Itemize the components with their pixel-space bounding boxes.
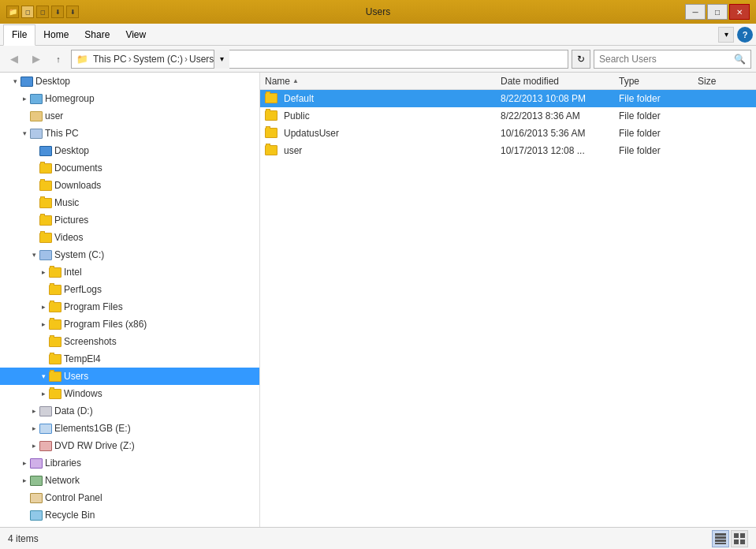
folder-icon	[265, 110, 277, 121]
file-row-public[interactable]: Public8/22/2013 8:36 AMFile folder	[260, 107, 756, 125]
forward-button[interactable]: ▶	[27, 50, 46, 69]
file-row-user[interactable]: user10/17/2013 12:08 ...File folder	[260, 142, 756, 159]
sidebar-item-desktop-root[interactable]: ▾Desktop	[0, 73, 259, 90]
menu-share[interactable]: Share	[76, 24, 117, 45]
menu-dropdown-button[interactable]: ▾	[718, 27, 734, 43]
tree-icon-pictures	[39, 215, 52, 226]
path-systemc[interactable]: System (C:)	[133, 54, 183, 65]
tree-icon-recycle-bin	[30, 510, 43, 521]
tree-toggle-users[interactable]: ▾	[38, 370, 49, 383]
maximize-button[interactable]: □	[707, 4, 728, 20]
tree-toggle-intel[interactable]: ▸	[38, 266, 49, 278]
svg-rect-7	[740, 540, 745, 544]
menu-home[interactable]: Home	[35, 24, 76, 45]
tree-icon-control-panel	[30, 493, 43, 503]
col-name[interactable]: Name ▲	[260, 76, 496, 87]
file-cell-type: File folder	[614, 110, 693, 121]
sidebar-item-libraries[interactable]: ▸Libraries	[0, 454, 259, 472]
file-list-header[interactable]: Name ▲ Date modified Type Size	[260, 73, 756, 90]
tree-icon-network	[30, 476, 43, 486]
file-cell-name: user	[260, 145, 496, 156]
tree-toggle-homegroup[interactable]: ▸	[19, 92, 30, 105]
file-row-updatususer[interactable]: UpdatusUser10/16/2013 5:36 AMFile folder	[260, 125, 756, 142]
tree-label-videos: Videos	[54, 232, 83, 243]
sidebar-item-pictures[interactable]: ▸Pictures	[0, 211, 259, 229]
tree-toggle-this-pc[interactable]: ▾	[19, 127, 30, 140]
tree-toggle-program-files-x86[interactable]: ▸	[38, 318, 49, 331]
tb-icon-4: ⬇	[51, 6, 64, 18]
sidebar-item-control-panel[interactable]: ▸Control Panel	[0, 489, 259, 506]
sidebar-item-recycle-bin[interactable]: ▸Recycle Bin	[0, 506, 259, 524]
address-dropdown-button[interactable]: ▾	[214, 50, 229, 69]
menu-file[interactable]: File	[3, 24, 35, 46]
col-size[interactable]: Size	[693, 76, 756, 87]
svg-rect-0	[715, 533, 726, 536]
sidebar-item-program-files-x86[interactable]: ▸Program Files (x86)	[0, 316, 259, 333]
search-input[interactable]	[599, 54, 734, 65]
sidebar-item-music[interactable]: ▸Music	[0, 194, 259, 211]
sidebar-item-program-files[interactable]: ▸Program Files	[0, 298, 259, 316]
folder-icon	[265, 93, 277, 103]
tree-toggle-data-d[interactable]: ▸	[28, 405, 39, 417]
sidebar-item-downloads[interactable]: ▸Downloads	[0, 177, 259, 194]
tree-icon-desktop-root	[20, 77, 33, 87]
sidebar-item-perflogs[interactable]: ▸PerfLogs	[0, 281, 259, 298]
tree-label-control-panel: Control Panel	[45, 492, 102, 503]
address-path: 📁 This PC › System (C:) › Users	[76, 54, 214, 65]
sidebar-item-tempel4[interactable]: ▸TempEl4	[0, 350, 259, 368]
folder-icon	[265, 145, 277, 155]
tree-icon-this-pc	[30, 129, 43, 139]
sidebar-item-data-d[interactable]: ▸Data (D:)	[0, 402, 259, 420]
tree-icon-windows	[49, 389, 61, 399]
sidebar-item-user[interactable]: ▸user	[0, 107, 259, 125]
view-details-button[interactable]	[712, 530, 729, 547]
tree-toggle-elements1gb[interactable]: ▸	[28, 422, 39, 435]
tree-toggle-program-files[interactable]: ▸	[38, 301, 49, 313]
file-list: Name ▲ Date modified Type Size Default8/…	[260, 73, 756, 527]
tree-icon-desktop-sub	[39, 146, 52, 156]
title-bar-controls: ─ □ ✕	[685, 4, 750, 20]
tree-label-intel: Intel	[64, 267, 82, 278]
back-button[interactable]: ◀	[5, 50, 24, 69]
sidebar-item-this-pc[interactable]: ▾This PC	[0, 125, 259, 142]
sidebar-item-documents[interactable]: ▸Documents	[0, 159, 259, 177]
sidebar-item-videos[interactable]: ▸Videos	[0, 229, 259, 246]
sidebar-item-homegroup[interactable]: ▸Homegroup	[0, 90, 259, 107]
svg-rect-3	[715, 543, 726, 544]
col-type[interactable]: Type	[614, 76, 693, 87]
search-box[interactable]: 🔍	[594, 50, 751, 69]
refresh-button[interactable]: ↻	[572, 50, 590, 69]
path-thispc[interactable]: This PC	[93, 54, 127, 65]
sidebar-item-windows[interactable]: ▸Windows	[0, 385, 259, 402]
tree-toggle-dvd-rw[interactable]: ▸	[28, 439, 39, 452]
file-cell-name: UpdatusUser	[260, 128, 496, 139]
tree-toggle-desktop-root[interactable]: ▾	[9, 75, 20, 88]
minimize-button[interactable]: ─	[685, 4, 706, 20]
title-bar-left: 📁 ◻ ◻ ⬇ ⬇	[6, 6, 79, 18]
tree-toggle-libraries[interactable]: ▸	[19, 457, 30, 469]
sidebar-item-network[interactable]: ▸Network	[0, 472, 259, 489]
up-button[interactable]: ↑	[49, 50, 68, 69]
help-button[interactable]: ?	[737, 27, 753, 43]
tree-label-pictures: Pictures	[54, 215, 88, 226]
close-button[interactable]: ✕	[729, 4, 750, 20]
tree-toggle-network[interactable]: ▸	[19, 474, 30, 487]
sidebar-item-users[interactable]: ▾Users	[0, 368, 259, 385]
main-content: ▾Desktop▸Homegroup▸user▾This PC▸Desktop▸…	[0, 73, 756, 527]
file-row-default[interactable]: Default8/22/2013 10:08 PMFile folder	[260, 90, 756, 107]
sidebar-item-intel[interactable]: ▸Intel	[0, 263, 259, 281]
path-users[interactable]: Users	[189, 54, 214, 65]
menu-bar: File Home Share View ▾ ?	[0, 24, 756, 46]
col-date[interactable]: Date modified	[496, 76, 614, 87]
search-icon[interactable]: 🔍	[734, 54, 746, 65]
address-bar[interactable]: 📁 This PC › System (C:) › Users ▾	[71, 50, 568, 69]
sidebar-item-desktop-sub[interactable]: ▸Desktop	[0, 142, 259, 159]
sidebar-item-dvd-rw[interactable]: ▸DVD RW Drive (Z:)	[0, 437, 259, 454]
tree-toggle-system-c[interactable]: ▾	[28, 248, 39, 261]
sidebar-item-system-c[interactable]: ▾System (C:)	[0, 246, 259, 263]
view-list-button[interactable]	[731, 530, 748, 547]
menu-view[interactable]: View	[117, 24, 154, 45]
sidebar-item-screenshots[interactable]: ▸Screenshots	[0, 333, 259, 350]
tree-toggle-windows[interactable]: ▸	[38, 387, 49, 400]
sidebar-item-elements1gb[interactable]: ▸Elements1GB (E:)	[0, 420, 259, 437]
